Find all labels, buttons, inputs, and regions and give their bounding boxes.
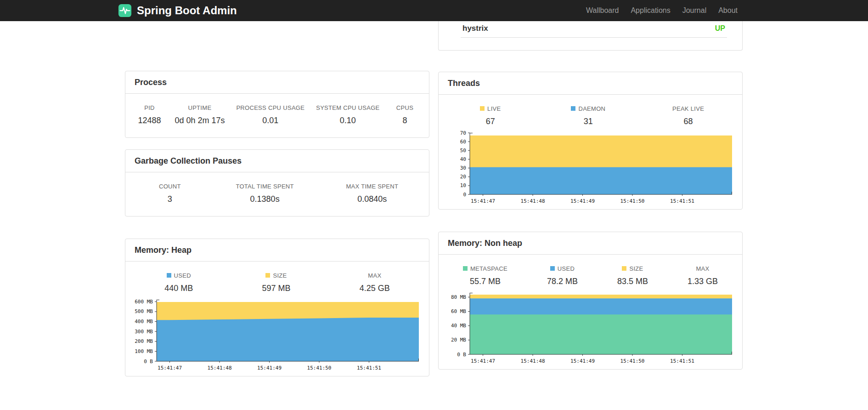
svg-text:15:41:51: 15:41:51 [357, 365, 381, 371]
live-swatch-icon [480, 106, 485, 111]
used-swatch-icon [167, 273, 171, 278]
stat-cpus: CPUS 8 [391, 104, 419, 125]
svg-text:70: 70 [460, 130, 466, 136]
stat-gc-total-time: TOTAL TIME SPENT 0.1380s [236, 182, 293, 204]
application-status-badge: UP [715, 24, 725, 33]
stat-system-cpu-usage: SYSTEM CPU USAGE 0.10 [316, 104, 379, 125]
svg-text:15:41:49: 15:41:49 [257, 365, 282, 371]
svg-text:15:41:50: 15:41:50 [620, 198, 645, 204]
stat-uptime: UPTIME 0d 0h 2m 17s [175, 104, 225, 125]
right-column: hystrix UP Threads LIVE 67 DAEMON [438, 21, 743, 376]
svg-text:15:41:49: 15:41:49 [570, 358, 595, 364]
svg-text:15:41:50: 15:41:50 [307, 365, 332, 371]
nav-item-applications[interactable]: Applications [625, 6, 676, 15]
left-column: Process PID 12488 UPTIME 0d 0h 2m 17s PR… [125, 21, 429, 376]
app-brand[interactable]: Spring Boot Admin [118, 4, 237, 17]
brand-title: Spring Boot Admin [137, 4, 237, 17]
nav-item-about[interactable]: About [712, 6, 744, 15]
legend-heap-size: SIZE 597 MB [262, 272, 290, 293]
nav-links: Wallboard Applications Journal About [580, 6, 750, 15]
nonheap-memory-chart: 0 B20 MB40 MB60 MB80 MB15:41:4715:41:481… [442, 290, 738, 369]
stat-gc-count: COUNT 3 [156, 182, 184, 204]
navbar: Spring Boot Admin Wallboard Applications… [0, 0, 868, 21]
svg-text:15:41:48: 15:41:48 [208, 365, 232, 371]
application-name: hystrix [462, 24, 488, 33]
nav-item-wallboard[interactable]: Wallboard [580, 6, 625, 15]
svg-text:60 MB: 60 MB [451, 308, 466, 314]
svg-text:0 B: 0 B [144, 359, 153, 364]
metaspace-swatch-icon [463, 266, 468, 271]
main-content: Process PID 12488 UPTIME 0d 0h 2m 17s PR… [125, 21, 743, 376]
legend-heap-max: MAX 4.25 GB [360, 272, 390, 293]
panel-application-status: hystrix UP [438, 21, 743, 51]
svg-text:15:41:47: 15:41:47 [471, 358, 495, 364]
svg-text:300 MB: 300 MB [135, 329, 153, 335]
heap-memory-chart: 0 B100 MB200 MB300 MB400 MB500 MB600 MB1… [129, 297, 425, 376]
legend-peak-live: PEAK LIVE 68 [672, 105, 704, 126]
legend-metaspace: METASPACE 55.7 MB [463, 265, 507, 286]
svg-text:0 B: 0 B [457, 352, 466, 358]
heap-legend: USED 440 MB SIZE 597 MB MAX 4.25 GB [125, 262, 429, 295]
threads-legend: LIVE 67 DAEMON 31 PEAK LIVE 68 [439, 95, 742, 128]
size-swatch-icon [622, 266, 626, 271]
used-swatch-icon [550, 266, 555, 271]
nonheap-legend: METASPACE 55.7 MB USED 78.2 MB SIZE [439, 255, 742, 288]
size-swatch-icon [265, 273, 270, 278]
gc-panel-title: Garbage Collection Pauses [125, 150, 429, 172]
svg-text:40 MB: 40 MB [451, 323, 466, 329]
svg-text:15:41:48: 15:41:48 [521, 198, 545, 204]
svg-text:15:41:48: 15:41:48 [521, 358, 545, 364]
svg-text:15:41:50: 15:41:50 [620, 358, 645, 364]
svg-text:15:41:49: 15:41:49 [570, 198, 595, 204]
application-row[interactable]: hystrix UP [461, 21, 727, 38]
svg-text:100 MB: 100 MB [135, 348, 153, 354]
navbar-inner: Spring Boot Admin Wallboard Applications… [118, 0, 750, 21]
process-panel-title: Process [125, 71, 429, 94]
svg-text:40: 40 [460, 156, 466, 162]
legend-nonheap-size: SIZE 83.5 MB [617, 265, 648, 286]
svg-text:15:41:47: 15:41:47 [158, 365, 182, 371]
svg-text:400 MB: 400 MB [135, 319, 153, 325]
panel-memory-heap: Memory: Heap USED 440 MB SIZE 597 MB [125, 239, 429, 376]
daemon-swatch-icon [571, 106, 575, 111]
svg-text:600 MB: 600 MB [135, 299, 153, 305]
stat-process-cpu-usage: PROCESS CPU USAGE 0.01 [236, 104, 304, 125]
gc-stats: COUNT 3 TOTAL TIME SPENT 0.1380s MAX TIM… [125, 172, 429, 216]
svg-text:10: 10 [460, 182, 466, 188]
threads-chart: 01020304050607015:41:4715:41:4815:41:491… [442, 130, 738, 209]
panel-memory-nonheap: Memory: Non heap METASPACE 55.7 MB USED … [438, 232, 743, 370]
nav-item-journal[interactable]: Journal [676, 6, 712, 15]
svg-text:20 MB: 20 MB [451, 337, 466, 343]
svg-text:80 MB: 80 MB [451, 294, 466, 300]
svg-text:15:41:51: 15:41:51 [670, 358, 694, 364]
svg-text:0: 0 [463, 192, 466, 198]
heap-panel-title: Memory: Heap [125, 239, 429, 262]
nonheap-panel-title: Memory: Non heap [439, 232, 742, 255]
panel-process: Process PID 12488 UPTIME 0d 0h 2m 17s PR… [125, 71, 429, 138]
svg-text:15:41:47: 15:41:47 [471, 198, 495, 204]
svg-text:30: 30 [460, 165, 466, 171]
svg-text:15:41:51: 15:41:51 [670, 198, 694, 204]
process-stats: PID 12488 UPTIME 0d 0h 2m 17s PROCESS CP… [125, 94, 429, 137]
svg-text:500 MB: 500 MB [135, 308, 153, 314]
svg-text:60: 60 [460, 139, 466, 145]
legend-heap-used: USED 440 MB [164, 272, 193, 293]
legend-nonheap-max: MAX 1.33 GB [688, 265, 718, 286]
legend-live: LIVE 67 [477, 105, 504, 126]
stat-pid: PID 12488 [135, 104, 163, 125]
svg-text:20: 20 [460, 174, 466, 180]
legend-daemon: DAEMON 31 [571, 105, 605, 126]
threads-panel-title: Threads [439, 72, 742, 95]
stat-gc-max-time: MAX TIME SPENT 0.0840s [346, 182, 398, 204]
spring-boot-admin-logo-icon [118, 4, 132, 17]
panel-threads: Threads LIVE 67 DAEMON 31 [438, 72, 743, 210]
legend-nonheap-used: USED 78.2 MB [547, 265, 578, 286]
svg-text:50: 50 [460, 148, 466, 154]
panel-gc-pauses: Garbage Collection Pauses COUNT 3 TOTAL … [125, 149, 429, 216]
svg-text:200 MB: 200 MB [135, 338, 153, 344]
